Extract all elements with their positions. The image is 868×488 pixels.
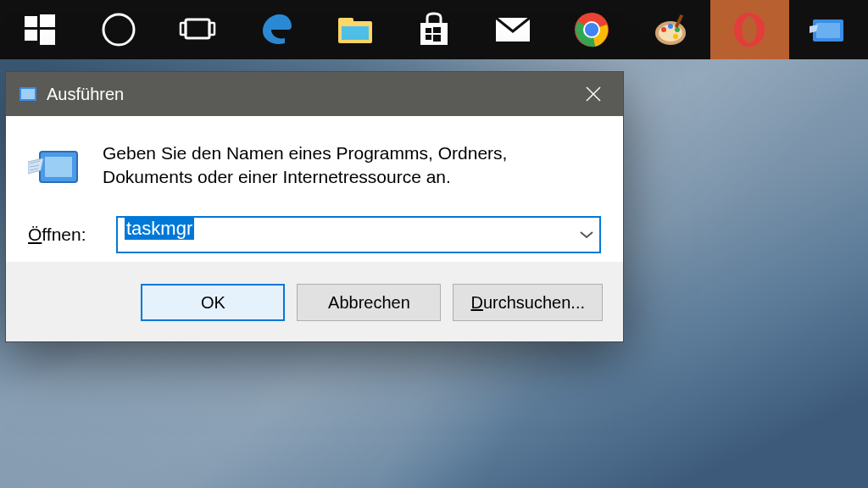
svg-rect-1 [40, 14, 55, 27]
dialog-title: Ausführen [47, 85, 124, 104]
ok-button[interactable]: OK [141, 284, 285, 321]
open-label: Öffnen: [28, 225, 99, 245]
close-icon [584, 85, 603, 103]
titlebar[interactable]: Ausführen [6, 72, 623, 116]
run-taskbar-icon [810, 14, 847, 45]
svg-rect-30 [816, 23, 840, 38]
run-taskbar-button[interactable] [789, 0, 868, 59]
svg-point-19 [585, 23, 598, 36]
svg-rect-13 [433, 27, 441, 33]
cancel-button[interactable]: Abbrechen [297, 284, 441, 321]
cortana-button[interactable] [79, 0, 158, 59]
chrome-icon [573, 11, 610, 48]
store-icon [415, 11, 453, 48]
opera-icon [731, 11, 768, 48]
svg-point-25 [673, 34, 678, 39]
svg-point-22 [661, 27, 666, 32]
chrome-button[interactable] [553, 0, 632, 59]
edge-button[interactable] [236, 0, 315, 59]
taskbar [0, 0, 868, 59]
svg-rect-32 [21, 89, 35, 99]
close-button[interactable] [564, 72, 623, 116]
svg-rect-5 [186, 19, 209, 38]
svg-rect-14 [426, 35, 431, 40]
svg-rect-9 [338, 18, 353, 25]
taskview-icon [177, 13, 218, 47]
start-icon [23, 13, 57, 47]
svg-rect-6 [181, 23, 186, 35]
svg-rect-10 [342, 26, 369, 40]
svg-rect-11 [420, 23, 448, 45]
opera-button[interactable] [710, 0, 789, 59]
store-button[interactable] [394, 0, 473, 59]
instruction-text: Geben Sie den Namen eines Programms, Ord… [103, 141, 601, 192]
run-large-icon [28, 145, 81, 192]
svg-rect-3 [40, 30, 55, 45]
svg-point-28 [742, 16, 757, 43]
svg-rect-7 [209, 23, 214, 35]
paint-button[interactable] [632, 0, 710, 59]
run-dialog-icon [18, 86, 38, 103]
taskview-button[interactable] [158, 0, 236, 59]
svg-point-23 [668, 24, 673, 29]
svg-rect-0 [25, 16, 37, 27]
svg-rect-36 [45, 157, 72, 177]
open-input-value: taskmgr [125, 217, 194, 240]
start-button[interactable] [0, 0, 79, 59]
explorer-icon [335, 13, 376, 47]
run-dialog: Ausführen Geben Sie den Namen eines Prog… [5, 71, 624, 342]
edge-icon [258, 11, 295, 48]
paint-icon [652, 11, 689, 48]
svg-rect-15 [433, 35, 441, 42]
browse-button[interactable]: Durchsuchen... [453, 284, 603, 321]
mail-icon [492, 14, 533, 45]
open-input[interactable]: taskmgr [116, 216, 601, 253]
svg-rect-2 [25, 30, 37, 41]
explorer-button[interactable] [315, 0, 394, 59]
cortana-icon [100, 11, 137, 48]
mail-button[interactable] [474, 0, 553, 59]
svg-point-24 [675, 27, 680, 32]
svg-rect-12 [426, 28, 431, 33]
svg-point-4 [103, 14, 134, 45]
